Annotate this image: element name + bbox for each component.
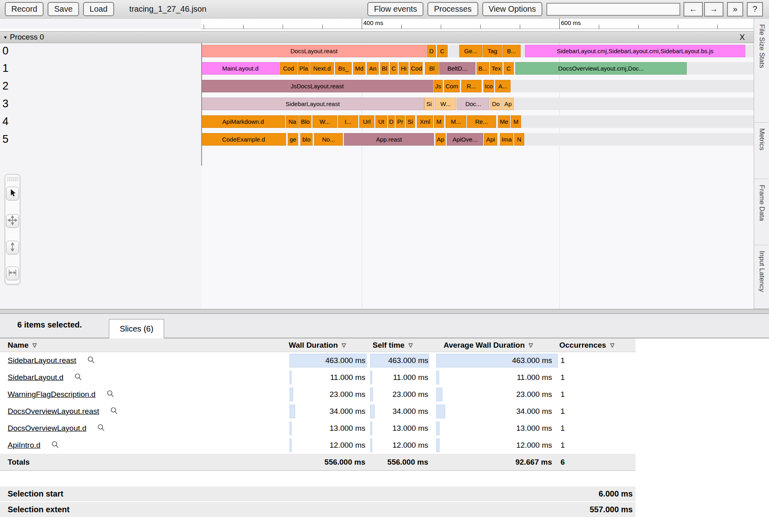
column-header-average-wall-duration[interactable]: Average Wall Duration▽: [444, 338, 533, 352]
slice-name-link[interactable]: WarningFlagDescription.d: [8, 386, 115, 403]
sort-arrow-icon[interactable]: ▽: [529, 342, 533, 348]
timeline-slice[interactable]: M: [511, 115, 521, 128]
column-header-occurrences[interactable]: Occurrences▽: [559, 338, 614, 352]
timeline-slice[interactable]: Do: [490, 98, 502, 110]
slice-name[interactable]: WarningFlagDescription.d: [8, 390, 96, 398]
sidebar-tab-metrics[interactable]: Metrics: [754, 123, 769, 179]
zoom-tool-button[interactable]: [6, 241, 19, 255]
timeline-slice[interactable]: Js: [433, 80, 443, 92]
pan-tool-button[interactable]: [6, 214, 19, 228]
slice-name-link[interactable]: SidebarLayout.reast: [8, 352, 96, 369]
timeline-slice[interactable]: App.reast: [344, 133, 434, 146]
timeline-slice[interactable]: No...: [314, 133, 343, 146]
find-next-button[interactable]: →: [704, 2, 723, 17]
timeline-slice[interactable]: M: [434, 115, 444, 128]
sidebar-tab-frame-data[interactable]: Frame Data: [754, 179, 769, 245]
timeline-slice[interactable]: A...: [495, 80, 511, 92]
timeline-slice[interactable]: C: [504, 62, 514, 75]
palette-drag-grip[interactable]: [7, 177, 18, 182]
slice-name-link[interactable]: DocsOverviewLayout.reast: [8, 403, 119, 420]
sort-arrow-icon[interactable]: ▽: [342, 342, 346, 348]
timeline-slice[interactable]: Doc...: [457, 98, 489, 110]
timeline-slice[interactable]: Si: [424, 98, 434, 110]
more-options-button[interactable]: »: [727, 2, 743, 17]
timeline-slice[interactable]: Bs_: [335, 62, 352, 75]
column-header-name[interactable]: Name▽: [8, 338, 37, 352]
slice-name-link[interactable]: DocsOverviewLayout.d: [8, 420, 106, 437]
timeline-slice[interactable]: Ge...: [459, 45, 482, 57]
sort-arrow-icon[interactable]: ▽: [610, 342, 614, 348]
magnifier-icon[interactable]: [87, 354, 96, 371]
timeline-slice[interactable]: Tag: [483, 45, 502, 57]
timeline-slice[interactable]: blo: [300, 133, 313, 146]
timeline-slice[interactable]: N: [514, 133, 524, 146]
timeline-slice[interactable]: Bl: [425, 62, 439, 75]
timeline-slice[interactable]: Tex: [490, 62, 502, 75]
view-options-button[interactable]: View Options: [482, 2, 542, 16]
timeline-slice[interactable]: Hi: [399, 62, 408, 75]
tab-slices[interactable]: Slices (6): [109, 319, 164, 338]
timeline-slice[interactable]: Xml: [417, 115, 433, 128]
column-header-wall-duration[interactable]: Wall Duration▽: [289, 338, 346, 352]
magnifier-icon[interactable]: [51, 438, 60, 455]
sidebar-tab-input-latency[interactable]: Input Latency: [754, 245, 769, 309]
timeline-slice[interactable]: W...: [313, 115, 337, 128]
slice-name[interactable]: SidebarLayout.reast: [8, 356, 76, 365]
timeline-slice[interactable]: CodeExample.d: [201, 133, 286, 146]
record-button[interactable]: Record: [5, 2, 44, 16]
timeline-slice[interactable]: Ico: [483, 80, 494, 92]
timeline-slice[interactable]: Pla: [298, 62, 310, 75]
find-input[interactable]: [546, 3, 680, 16]
timeline-slice[interactable]: MainLayout.d: [201, 62, 279, 75]
timeline-slice[interactable]: An: [367, 62, 379, 75]
timeline-slice[interactable]: B...: [477, 62, 489, 75]
sidebar-tab-file-size-stats[interactable]: File Size Stats: [754, 19, 769, 123]
column-header-self-time[interactable]: Self time▽: [373, 338, 413, 352]
timeline-slice[interactable]: Url: [359, 115, 374, 128]
timeline-slice[interactable]: DocsLayout.reast: [201, 45, 427, 57]
timeline-slice[interactable]: Ima: [500, 133, 513, 146]
save-button[interactable]: Save: [48, 2, 79, 16]
timeline-slice[interactable]: W...: [435, 98, 456, 110]
help-button[interactable]: ?: [747, 2, 763, 17]
slice-name[interactable]: DocsOverviewLayout.reast: [8, 407, 99, 415]
timeline-slice[interactable]: Com: [444, 80, 460, 92]
timeline-slice[interactable]: C: [390, 62, 398, 75]
timeline-slice[interactable]: R...: [461, 80, 481, 92]
timeline-slice[interactable]: Cod: [410, 62, 423, 75]
timing-tool-button[interactable]: [6, 267, 19, 280]
timeline-slice[interactable]: Ap: [436, 133, 446, 146]
timeline-slice[interactable]: DocsOverviewLayout.cmj,Doc...: [515, 62, 687, 75]
slice-name[interactable]: SidebarLayout.d: [8, 373, 63, 382]
magnifier-icon[interactable]: [74, 371, 83, 388]
sort-arrow-icon[interactable]: ▽: [33, 342, 37, 348]
timeline-slice[interactable]: Md: [353, 62, 365, 75]
timeline-slice[interactable]: ge: [288, 133, 298, 146]
timeline-slice[interactable]: B...: [502, 45, 521, 57]
flow-events-button[interactable]: Flow events: [367, 2, 423, 16]
timeline-slice[interactable]: Pr: [396, 115, 405, 128]
timeline-slice[interactable]: I...: [338, 115, 358, 128]
timeline-slice[interactable]: Ut: [375, 115, 387, 128]
timeline-slice[interactable]: Api: [484, 133, 497, 146]
timeline-slice[interactable]: ApiMarkdown.d: [201, 115, 285, 128]
magnifier-icon[interactable]: [106, 388, 115, 405]
timeline-slice[interactable]: Cod: [280, 62, 297, 75]
slice-name[interactable]: DocsOverviewLayout.d: [8, 424, 86, 432]
slice-name[interactable]: ApiIntro.d: [8, 441, 40, 449]
timeline-slice[interactable]: D: [388, 115, 395, 128]
timeline-slice[interactable]: ApiOve...: [447, 133, 483, 146]
timeline-slice[interactable]: D: [427, 45, 436, 57]
timeline-slice[interactable]: M...: [446, 115, 466, 128]
timeline-slice[interactable]: SidebarLayout.cmj,SidebarLayout.cmi,Side…: [525, 45, 745, 57]
timeline-slice[interactable]: Me: [498, 115, 510, 128]
timeline-slice[interactable]: SidebarLayout.reast: [201, 98, 424, 110]
panel-splitter[interactable]: [0, 309, 769, 314]
timeline-slice[interactable]: BeltD...: [439, 62, 475, 75]
processes-button[interactable]: Processes: [427, 2, 478, 16]
load-button[interactable]: Load: [83, 2, 114, 16]
selection-tool-button[interactable]: [6, 187, 19, 200]
timeline-slice[interactable]: Next.d: [310, 62, 334, 75]
magnifier-icon[interactable]: [110, 405, 119, 421]
timeline-slice[interactable]: JsDocsLayout.reast: [201, 80, 433, 92]
